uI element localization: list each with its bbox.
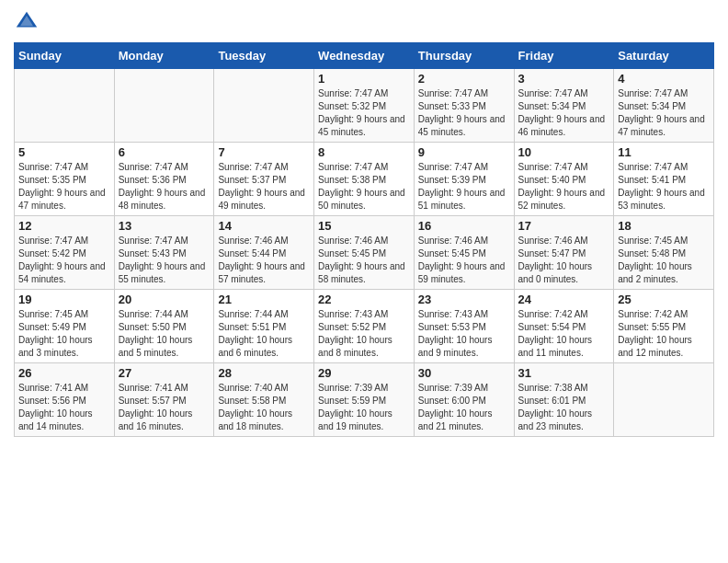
day-info: Sunrise: 7:39 AM Sunset: 6:00 PM Dayligh…	[418, 382, 510, 433]
day-info: Sunrise: 7:44 AM Sunset: 5:51 PM Dayligh…	[218, 308, 310, 360]
day-number: 26	[18, 366, 110, 380]
day-number: 31	[518, 366, 610, 380]
day-info: Sunrise: 7:47 AM Sunset: 5:42 PM Dayligh…	[18, 235, 110, 286]
page: SundayMondayTuesdayWednesdayThursdayFrid…	[0, 0, 728, 446]
calendar-header-row: SundayMondayTuesdayWednesdayThursdayFrid…	[15, 43, 714, 69]
day-cell: 27Sunrise: 7:41 AM Sunset: 5:57 PM Dayli…	[114, 363, 214, 437]
day-number: 19	[18, 293, 110, 306]
day-number: 29	[318, 366, 410, 380]
day-number: 15	[318, 219, 410, 233]
day-cell: 18Sunrise: 7:45 AM Sunset: 5:48 PM Dayli…	[614, 216, 714, 290]
day-info: Sunrise: 7:42 AM Sunset: 5:54 PM Dayligh…	[518, 308, 610, 360]
day-cell: 19Sunrise: 7:45 AM Sunset: 5:49 PM Dayli…	[15, 290, 115, 363]
day-cell: 14Sunrise: 7:46 AM Sunset: 5:44 PM Dayli…	[214, 216, 314, 290]
day-number: 8	[318, 145, 410, 159]
day-cell: 8Sunrise: 7:47 AM Sunset: 5:38 PM Daylig…	[314, 143, 415, 216]
day-header-wednesday: Wednesday	[314, 43, 415, 69]
day-header-tuesday: Tuesday	[214, 43, 314, 69]
day-info: Sunrise: 7:47 AM Sunset: 5:38 PM Dayligh…	[318, 161, 410, 213]
day-info: Sunrise: 7:41 AM Sunset: 5:56 PM Dayligh…	[18, 382, 110, 433]
day-info: Sunrise: 7:41 AM Sunset: 5:57 PM Dayligh…	[119, 382, 210, 433]
day-header-thursday: Thursday	[414, 43, 514, 69]
day-info: Sunrise: 7:47 AM Sunset: 5:33 PM Dayligh…	[418, 87, 510, 139]
day-cell: 24Sunrise: 7:42 AM Sunset: 5:54 PM Dayli…	[514, 290, 614, 363]
day-number: 27	[119, 366, 210, 380]
day-number: 2	[418, 72, 510, 86]
day-info: Sunrise: 7:46 AM Sunset: 5:44 PM Dayligh…	[218, 235, 310, 286]
day-header-sunday: Sunday	[15, 43, 115, 69]
header	[14, 9, 714, 35]
day-cell: 30Sunrise: 7:39 AM Sunset: 6:00 PM Dayli…	[414, 363, 514, 437]
day-cell: 20Sunrise: 7:44 AM Sunset: 5:50 PM Dayli…	[114, 290, 214, 363]
day-cell: 5Sunrise: 7:47 AM Sunset: 5:35 PM Daylig…	[15, 143, 115, 216]
day-number: 6	[119, 145, 210, 159]
day-info: Sunrise: 7:42 AM Sunset: 5:55 PM Dayligh…	[618, 308, 710, 360]
day-info: Sunrise: 7:45 AM Sunset: 5:49 PM Dayligh…	[18, 308, 110, 360]
day-cell	[114, 69, 214, 143]
day-number: 23	[418, 293, 510, 306]
day-number: 17	[518, 219, 610, 233]
day-cell	[15, 69, 115, 143]
day-cell: 23Sunrise: 7:43 AM Sunset: 5:53 PM Dayli…	[414, 290, 514, 363]
day-number: 3	[518, 72, 610, 86]
day-number: 7	[218, 145, 310, 159]
day-number: 30	[418, 366, 510, 380]
day-number: 13	[119, 219, 210, 233]
day-header-monday: Monday	[114, 43, 214, 69]
day-cell: 26Sunrise: 7:41 AM Sunset: 5:56 PM Dayli…	[15, 363, 115, 437]
week-row-3: 12Sunrise: 7:47 AM Sunset: 5:42 PM Dayli…	[15, 216, 714, 290]
day-number: 28	[218, 366, 310, 380]
day-info: Sunrise: 7:44 AM Sunset: 5:50 PM Dayligh…	[119, 308, 210, 360]
day-number: 4	[618, 72, 710, 86]
day-number: 21	[218, 293, 310, 306]
day-info: Sunrise: 7:47 AM Sunset: 5:41 PM Dayligh…	[618, 161, 710, 213]
day-info: Sunrise: 7:38 AM Sunset: 6:01 PM Dayligh…	[518, 382, 610, 433]
day-info: Sunrise: 7:47 AM Sunset: 5:37 PM Dayligh…	[218, 161, 310, 213]
day-number: 14	[218, 219, 310, 233]
day-number: 24	[518, 293, 610, 306]
day-number: 11	[618, 145, 710, 159]
day-cell: 7Sunrise: 7:47 AM Sunset: 5:37 PM Daylig…	[214, 143, 314, 216]
day-cell: 25Sunrise: 7:42 AM Sunset: 5:55 PM Dayli…	[614, 290, 714, 363]
day-info: Sunrise: 7:47 AM Sunset: 5:35 PM Dayligh…	[18, 161, 110, 213]
day-info: Sunrise: 7:39 AM Sunset: 5:59 PM Dayligh…	[318, 382, 410, 433]
day-cell: 1Sunrise: 7:47 AM Sunset: 5:32 PM Daylig…	[314, 69, 415, 143]
day-number: 12	[18, 219, 110, 233]
day-cell: 21Sunrise: 7:44 AM Sunset: 5:51 PM Dayli…	[214, 290, 314, 363]
day-cell: 31Sunrise: 7:38 AM Sunset: 6:01 PM Dayli…	[514, 363, 614, 437]
day-number: 20	[119, 293, 210, 306]
day-cell: 13Sunrise: 7:47 AM Sunset: 5:43 PM Dayli…	[114, 216, 214, 290]
day-cell: 9Sunrise: 7:47 AM Sunset: 5:39 PM Daylig…	[414, 143, 514, 216]
day-cell	[214, 69, 314, 143]
week-row-1: 1Sunrise: 7:47 AM Sunset: 5:32 PM Daylig…	[15, 69, 714, 143]
day-number: 22	[318, 293, 410, 306]
day-info: Sunrise: 7:43 AM Sunset: 5:52 PM Dayligh…	[318, 308, 410, 360]
day-number: 9	[418, 145, 510, 159]
day-info: Sunrise: 7:47 AM Sunset: 5:43 PM Dayligh…	[119, 235, 210, 286]
day-cell: 17Sunrise: 7:46 AM Sunset: 5:47 PM Dayli…	[514, 216, 614, 290]
day-info: Sunrise: 7:47 AM Sunset: 5:34 PM Dayligh…	[518, 87, 610, 139]
calendar: SundayMondayTuesdayWednesdayThursdayFrid…	[14, 42, 714, 437]
logo-icon	[14, 9, 40, 35]
day-info: Sunrise: 7:46 AM Sunset: 5:47 PM Dayligh…	[518, 235, 610, 286]
day-cell	[614, 363, 714, 437]
day-cell: 22Sunrise: 7:43 AM Sunset: 5:52 PM Dayli…	[314, 290, 415, 363]
day-number: 18	[618, 219, 710, 233]
day-cell: 2Sunrise: 7:47 AM Sunset: 5:33 PM Daylig…	[414, 69, 514, 143]
day-info: Sunrise: 7:47 AM Sunset: 5:32 PM Dayligh…	[318, 87, 410, 139]
day-info: Sunrise: 7:46 AM Sunset: 5:45 PM Dayligh…	[318, 235, 410, 286]
day-cell: 4Sunrise: 7:47 AM Sunset: 5:34 PM Daylig…	[614, 69, 714, 143]
day-info: Sunrise: 7:46 AM Sunset: 5:45 PM Dayligh…	[418, 235, 510, 286]
logo	[14, 9, 43, 35]
day-cell: 10Sunrise: 7:47 AM Sunset: 5:40 PM Dayli…	[514, 143, 614, 216]
day-number: 16	[418, 219, 510, 233]
day-info: Sunrise: 7:45 AM Sunset: 5:48 PM Dayligh…	[618, 235, 710, 286]
week-row-5: 26Sunrise: 7:41 AM Sunset: 5:56 PM Dayli…	[15, 363, 714, 437]
week-row-2: 5Sunrise: 7:47 AM Sunset: 5:35 PM Daylig…	[15, 143, 714, 216]
day-info: Sunrise: 7:47 AM Sunset: 5:39 PM Dayligh…	[418, 161, 510, 213]
day-cell: 6Sunrise: 7:47 AM Sunset: 5:36 PM Daylig…	[114, 143, 214, 216]
day-info: Sunrise: 7:47 AM Sunset: 5:40 PM Dayligh…	[518, 161, 610, 213]
day-info: Sunrise: 7:47 AM Sunset: 5:36 PM Dayligh…	[119, 161, 210, 213]
day-number: 5	[18, 145, 110, 159]
day-cell: 12Sunrise: 7:47 AM Sunset: 5:42 PM Dayli…	[15, 216, 115, 290]
